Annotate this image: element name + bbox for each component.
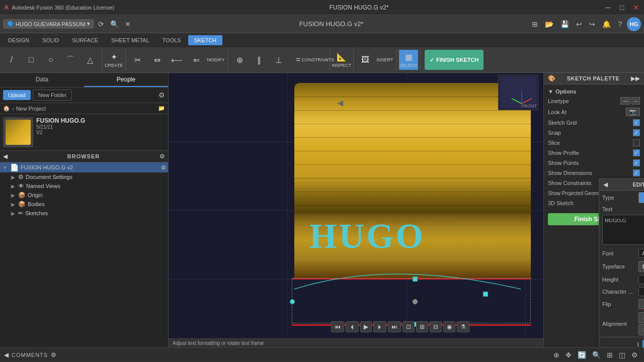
viewport-play[interactable]: ▶ [360, 321, 372, 332]
orbit-btn[interactable]: 🔄 [576, 350, 588, 360]
rect-tool-button[interactable]: □ [22, 50, 41, 70]
align-left-top[interactable]: ≡ [638, 312, 644, 323]
solid-tab[interactable]: SOLID [36, 35, 65, 45]
viewport-frame1[interactable]: ⊡ [403, 321, 415, 332]
tree-toggle-bodies[interactable]: ▶ [10, 201, 16, 207]
edit-text-collapse-icon[interactable]: ◀ [603, 181, 608, 188]
viewport[interactable]: HUGO FRONT ◀ [169, 73, 644, 347]
settings2-btn[interactable]: ⚙ [629, 350, 640, 360]
perp-btn[interactable]: ⊥ [269, 50, 288, 70]
show-profile-checkbox[interactable]: ✓ [633, 149, 640, 156]
bottom-collapse-icon[interactable]: ◀ [4, 351, 9, 358]
notification-bell-icon[interactable]: 🔔 [600, 19, 613, 29]
height-input[interactable]: 10.00 mm [638, 275, 644, 284]
maximize-button[interactable]: □ [618, 4, 626, 12]
sketch-grid-checkbox[interactable]: ✓ [633, 119, 640, 126]
project-name[interactable]: New Project [16, 106, 46, 112]
settings-circle-icon[interactable]: ⚙ [161, 164, 166, 171]
view-cube-btn[interactable]: ⊞ [605, 350, 615, 360]
display-btn[interactable]: ◫ [617, 350, 627, 360]
viewport-record[interactable]: ◉ [443, 321, 455, 332]
polygon-tool-button[interactable]: △ [80, 50, 100, 70]
bottom-settings-icon[interactable]: ⚙ [51, 351, 56, 358]
tree-toggle-namedviews[interactable]: ▶ [10, 183, 16, 189]
show-points-checkbox[interactable]: ✓ [633, 159, 640, 166]
viewport-frame2[interactable]: ⊞ [416, 321, 428, 332]
account-menu-button[interactable]: 🔷 HUGO GUEVARA PASSUNI ▾ [3, 19, 94, 29]
redo-button[interactable]: ↪ [587, 19, 597, 29]
linetype-btn-2[interactable]: -- [631, 97, 640, 105]
text-input[interactable]: HUGO.G [602, 215, 644, 245]
new-folder-button[interactable]: New Folder [33, 89, 72, 101]
insert-btn[interactable]: INSERT [375, 50, 394, 70]
palette-expand-icon[interactable]: ▶▶ [631, 75, 640, 82]
viewport-prev[interactable]: ⏴ [346, 321, 359, 332]
parallel-btn[interactable]: ∥ [250, 50, 269, 70]
tree-toggle-origin[interactable]: ▶ [10, 192, 16, 198]
viewport-filter[interactable]: ⚗ [457, 321, 469, 332]
font-select[interactable]: Algerian Arial Times New Roman [638, 249, 644, 258]
viewport-frame3[interactable]: ⊟ [430, 321, 442, 332]
extend-tool-button[interactable]: ⇔ [147, 50, 167, 70]
arc-tool-button[interactable]: ⌒ [61, 50, 80, 70]
tree-item-sketches[interactable]: ▶ ✏ Sketches [0, 209, 168, 218]
character-input[interactable]: 0.00 [638, 287, 644, 296]
type-bold-button[interactable]: A [638, 192, 644, 203]
help-button[interactable]: ? [616, 19, 624, 29]
tree-toggle-fusion[interactable]: ▼ [2, 164, 8, 170]
snap-checkbox[interactable]: ✓ [633, 129, 640, 136]
close-file-button[interactable]: ✕ [123, 19, 133, 29]
design-tab[interactable]: DESIGN [2, 35, 35, 45]
surface-tab[interactable]: SURFACE [66, 35, 104, 45]
undo-button[interactable]: ↩ [574, 19, 584, 29]
upload-button[interactable]: Upload [3, 90, 31, 100]
open-button[interactable]: 📂 [543, 19, 555, 29]
select-btn[interactable]: ▦SELECT [399, 50, 418, 70]
flip-up-button[interactable]: ▲ [638, 299, 644, 309]
create-button[interactable]: ✦CREATE [104, 50, 123, 70]
offset-tool-button[interactable]: ⟵ [167, 50, 186, 70]
modify-btn[interactable]: MODIFY [206, 50, 225, 70]
insert-image-btn[interactable]: 🖼 [356, 50, 375, 70]
look-at-button[interactable]: 📷 [626, 108, 640, 116]
refresh-button[interactable]: ⟳ [96, 19, 106, 29]
constraints-btn[interactable]: CONSTRAINTS [308, 50, 328, 70]
finish-sketch-button[interactable]: ✓ FINISH SKETCH [425, 50, 484, 70]
viewport-rewind[interactable]: ⏮ [331, 321, 344, 332]
navigate-btn[interactable]: ⊕ [551, 350, 561, 360]
sketch-tab[interactable]: SKETCH [188, 35, 223, 45]
coincident-btn[interactable]: ⊕ [230, 50, 249, 70]
minimize-button[interactable]: ─ [604, 4, 612, 12]
tree-item-namedviews[interactable]: ▶ 👁 Named Views [0, 182, 168, 191]
show-dimensions-checkbox[interactable]: ✓ [633, 169, 640, 176]
sheet-metal-tab[interactable]: SHEET METAL [105, 35, 155, 45]
save-button[interactable]: 💾 [558, 19, 571, 29]
pan-btn[interactable]: ✥ [564, 350, 574, 360]
browser-settings-icon[interactable]: ⚙ [159, 153, 165, 160]
browser-collapse-icon[interactable]: ◀ [3, 153, 8, 160]
tools-tab[interactable]: TOOLS [156, 35, 187, 45]
tree-item-fusion[interactable]: ▼ 📄 FUSION HUGO.G v2 ⚙ [0, 162, 168, 172]
tree-item-origin[interactable]: ▶ 📦 Origin [0, 191, 168, 200]
linetype-btn-1[interactable]: — [620, 97, 630, 105]
zoom-btn[interactable]: 🔍 [590, 350, 603, 360]
align-left-bottom[interactable]: ≡ [638, 324, 644, 335]
people-tab[interactable]: People [84, 73, 168, 87]
grid-button[interactable]: ⊞ [530, 19, 540, 29]
nav-arrow-left[interactable]: ◀ [337, 98, 343, 108]
close-button[interactable]: ✕ [632, 4, 640, 12]
bold-button[interactable]: B [638, 261, 644, 272]
slice-checkbox[interactable] [633, 139, 640, 146]
tree-item-bodies[interactable]: ▶ 📦 Bodies [0, 200, 168, 209]
search-button[interactable]: 🔍 [108, 19, 121, 29]
circle-tool-button[interactable]: ○ [41, 50, 60, 70]
trim-tool-button[interactable]: ✂ [128, 50, 147, 70]
tree-toggle-settings[interactable]: ▶ [10, 174, 16, 180]
settings-button[interactable]: ⚙ [158, 91, 165, 99]
tree-toggle-sketches[interactable]: ▶ [10, 210, 16, 216]
mirror-tool-button[interactable]: ⇐ [187, 50, 206, 70]
inspect-btn[interactable]: 📐INSPECT [332, 50, 351, 70]
data-tab[interactable]: Data [0, 73, 84, 87]
viewport-forward[interactable]: ⏭ [388, 321, 401, 332]
line-tool-button[interactable]: / [2, 50, 21, 70]
